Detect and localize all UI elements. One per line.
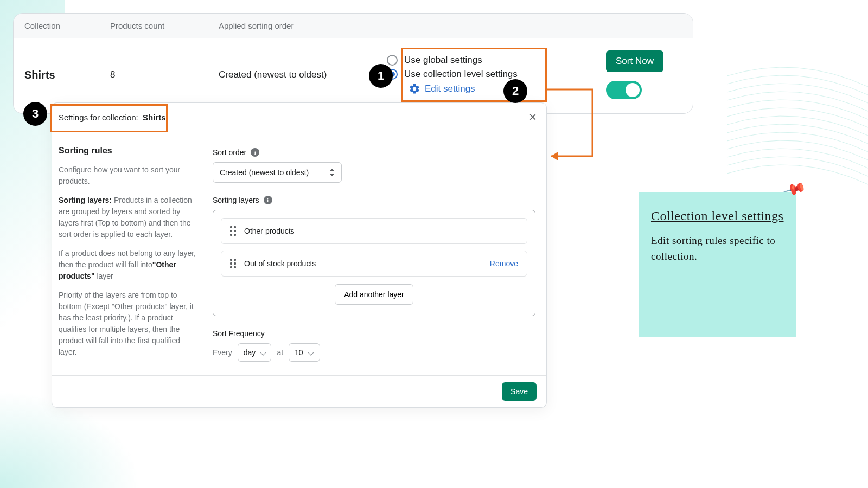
annotation-badge-2: 2 bbox=[503, 79, 527, 103]
frequency-time-value: 10 bbox=[295, 348, 303, 357]
frequency-time-select[interactable]: 10 bbox=[289, 343, 320, 362]
save-button[interactable]: Save bbox=[502, 382, 537, 401]
header-applied-sort: Applied sorting order bbox=[219, 21, 387, 30]
sticky-note: 📌 Collection level settings Edit sorting… bbox=[639, 192, 796, 337]
frequency-unit-value: day bbox=[244, 348, 256, 357]
help-p1: Configure how you want to sort your prod… bbox=[59, 164, 196, 187]
applied-sort-value: Created (newest to oldest) bbox=[219, 69, 387, 80]
wave-decoration bbox=[727, 54, 868, 195]
modal-title-collection: Shirts bbox=[143, 113, 166, 122]
close-icon[interactable]: × bbox=[529, 111, 537, 124]
modal-header: Settings for collection: Shirts × bbox=[52, 103, 546, 136]
sort-frequency-label: Sort Frequency bbox=[213, 329, 535, 338]
drag-handle-icon[interactable] bbox=[230, 226, 237, 236]
frequency-unit-select[interactable]: day bbox=[238, 343, 272, 362]
settings-modal: Settings for collection: Shirts × Sortin… bbox=[52, 102, 547, 408]
annotation-badge-3: 3 bbox=[23, 102, 47, 126]
pushpin-icon: 📌 bbox=[782, 176, 807, 201]
radio-use-global[interactable]: Use global settings bbox=[387, 55, 606, 66]
collections-table: Collection Products count Applied sortin… bbox=[13, 13, 693, 114]
drag-handle-icon[interactable] bbox=[230, 259, 237, 268]
header-collection: Collection bbox=[24, 21, 110, 30]
collection-name[interactable]: Shirts bbox=[24, 69, 110, 81]
settings-radio-group: Use global settings Use collection level… bbox=[387, 55, 606, 95]
radio-use-collection-level[interactable]: Use collection level settings bbox=[387, 69, 606, 80]
sorting-rules-heading: Sorting rules bbox=[59, 146, 196, 156]
sort-frequency-row: Every day at 10 bbox=[213, 343, 535, 362]
header-products-count: Products count bbox=[110, 21, 219, 30]
help-p3c: layer bbox=[95, 272, 113, 280]
layer-label: Out of stock products bbox=[244, 259, 316, 268]
sorting-layers-container: Other products Out of stock products Rem… bbox=[213, 210, 535, 316]
sort-order-value: Created (newest to oldest) bbox=[220, 168, 309, 177]
chevron-down-icon bbox=[260, 349, 266, 355]
sticky-title: Collection level settings bbox=[651, 207, 784, 224]
radio-unchecked-icon bbox=[387, 55, 398, 66]
sticky-body: Edit sorting rules specific to collectio… bbox=[651, 233, 784, 264]
freq-every-text: Every bbox=[213, 348, 232, 357]
sort-order-label: Sort order i bbox=[213, 148, 535, 157]
modal-footer: Save bbox=[52, 375, 546, 407]
help-p4: Priority of the layers are from top to b… bbox=[59, 290, 196, 358]
help-p3: If a product does not belong to any laye… bbox=[59, 248, 196, 282]
edit-settings-label: Edit settings bbox=[425, 84, 475, 94]
sorting-layers-label: Sorting layers i bbox=[213, 196, 535, 204]
freq-at-text: at bbox=[277, 348, 283, 357]
annotation-badge-1: 1 bbox=[369, 64, 393, 88]
enable-toggle[interactable] bbox=[606, 81, 642, 99]
add-layer-button[interactable]: Add another layer bbox=[335, 284, 413, 305]
info-icon[interactable]: i bbox=[264, 196, 272, 204]
help-p2: Sorting layers: Products in a collection… bbox=[59, 195, 196, 240]
radio-use-global-label: Use global settings bbox=[404, 55, 482, 66]
modal-title-prefix: Settings for collection: bbox=[59, 113, 138, 122]
layer-label: Other products bbox=[244, 227, 295, 235]
table-header-row: Collection Products count Applied sortin… bbox=[14, 14, 693, 38]
remove-layer-link[interactable]: Remove bbox=[490, 259, 518, 268]
gear-icon bbox=[409, 83, 420, 95]
info-icon[interactable]: i bbox=[251, 148, 259, 157]
sort-order-select[interactable]: Created (newest to oldest) bbox=[213, 162, 342, 183]
products-count-value: 8 bbox=[110, 69, 219, 80]
sort-now-button[interactable]: Sort Now bbox=[606, 50, 663, 72]
chevron-down-icon bbox=[308, 349, 314, 355]
radio-use-collection-label: Use collection level settings bbox=[404, 69, 518, 80]
modal-sidebar-help: Sorting rules Configure how you want to … bbox=[52, 136, 203, 375]
layer-row-out-of-stock[interactable]: Out of stock products Remove bbox=[221, 251, 527, 277]
layer-row-other-products[interactable]: Other products bbox=[221, 218, 527, 244]
select-arrows-icon bbox=[329, 169, 335, 176]
help-p2-label: Sorting layers: bbox=[59, 196, 112, 204]
modal-title: Settings for collection: Shirts bbox=[59, 113, 166, 122]
